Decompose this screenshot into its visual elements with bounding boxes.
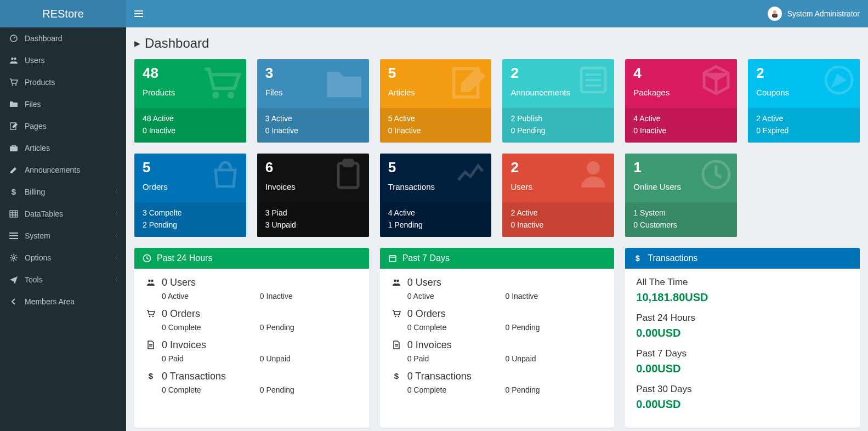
svg-rect-23 <box>586 73 601 76</box>
stat-head: 0 Orders <box>162 308 200 320</box>
stat-a: 0 Complete <box>407 323 506 332</box>
svg-point-41 <box>398 316 399 317</box>
card-footer: 4 Active0 Inactive <box>625 108 737 143</box>
cart-icon <box>201 64 242 105</box>
dashboard-icon <box>8 34 19 43</box>
caret-right-icon: ▶ <box>134 39 140 48</box>
nav-item-users[interactable]: Users <box>0 49 126 71</box>
brand[interactable]: REStore <box>0 0 126 27</box>
user-menu[interactable]: System Administrator <box>768 7 860 21</box>
tx-row: Past 7 Days0.00USD <box>636 348 849 375</box>
topbar: System Administrator <box>126 0 868 27</box>
stat-a: 0 Paid <box>162 354 260 363</box>
svg-rect-13 <box>134 13 143 14</box>
card-invoices[interactable]: 6Invoices3 Piad3 Unpaid <box>257 154 369 237</box>
svg-text:$: $ <box>394 372 399 381</box>
menu-toggle-button[interactable] <box>134 9 143 18</box>
chevron-left-icon: 〈 <box>112 254 118 262</box>
svg-point-40 <box>394 316 396 317</box>
nav-item-articles[interactable]: Articles <box>0 137 126 159</box>
tx-label: Past 7 Days <box>636 348 849 359</box>
sidebar: REStore DashboardUsersProductsFilesPages… <box>0 0 126 431</box>
stat-head: 0 Transactions <box>407 371 472 382</box>
panel-header: $ Transactions <box>625 248 860 269</box>
card-footer: 3 Piad3 Unpaid <box>257 202 369 237</box>
stat-head: 0 Users <box>407 277 441 288</box>
nav-label: Dashboard <box>25 34 63 43</box>
chevron-left-icon: 〈 <box>112 188 118 196</box>
card-products[interactable]: 48Products48 Active0 Inactive <box>134 59 246 143</box>
card-packages[interactable]: 4Packages4 Active0 Inactive <box>625 59 737 143</box>
card-footer: 3 Active0 Inactive <box>257 108 369 143</box>
svg-point-29 <box>587 161 600 174</box>
svg-rect-27 <box>338 163 358 188</box>
stat-a: 0 Complete <box>162 323 260 332</box>
nav-item-members-area[interactable]: Members Area <box>0 291 126 313</box>
card-articles[interactable]: 5Articles5 Active0 Inactive <box>380 59 492 143</box>
card-footer: 1 System0 Customers <box>625 202 737 237</box>
svg-rect-7 <box>10 211 18 217</box>
card-orders[interactable]: 5Orders3 Compelte2 Pending <box>134 154 246 237</box>
stat-a: 0 Active <box>162 292 260 300</box>
stat-head: 0 Orders <box>407 308 446 320</box>
nav-item-system[interactable]: System〈 <box>0 225 126 247</box>
nav-item-tools[interactable]: Tools〈 <box>0 269 126 291</box>
nav-item-pages[interactable]: Pages <box>0 115 126 137</box>
card-announcements[interactable]: 2Announcements2 Publish0 Pending <box>502 59 614 143</box>
nav-item-billing[interactable]: $Billing〈 <box>0 181 126 203</box>
avatar <box>768 7 782 21</box>
card-users[interactable]: 2Users2 Active0 Inactive <box>502 154 614 237</box>
panel-header: Past 24 Hours <box>134 248 369 269</box>
nav-item-products[interactable]: Products <box>0 71 126 93</box>
svg-point-38 <box>394 280 396 282</box>
stat-b: 0 Pending <box>260 385 358 394</box>
svg-point-4 <box>15 84 17 86</box>
tx-label: Past 24 Hours <box>636 313 849 324</box>
chevron-left-icon: 〈 <box>112 210 118 218</box>
tx-label: Past 30 Days <box>636 384 849 395</box>
cube-icon <box>700 64 733 97</box>
card-coupons[interactable]: 2Coupons2 Active0 Expired <box>748 59 860 143</box>
card-footer: 5 Active0 Inactive <box>380 108 492 143</box>
panels: Past 24 Hours 0 Users0 Active0 Inactive0… <box>134 248 860 428</box>
stat-row: 0 Invoices0 Paid0 Unpaid <box>145 339 358 363</box>
nav-label: Options <box>25 253 51 262</box>
stat-a: 0 Active <box>407 292 506 300</box>
svg-rect-12 <box>134 10 143 12</box>
plane-icon <box>8 275 19 284</box>
chevron-left-icon: 〈 <box>112 276 118 283</box>
svg-rect-14 <box>134 16 143 17</box>
nav-item-files[interactable]: Files <box>0 93 126 115</box>
nav-label: Tools <box>25 275 43 284</box>
pencil-icon <box>8 166 19 174</box>
table-icon <box>8 209 19 218</box>
nav-item-options[interactable]: Options〈 <box>0 247 126 269</box>
svg-point-20 <box>228 92 235 99</box>
panel-title: Past 24 Hours <box>157 253 212 263</box>
card-online-users[interactable]: 1Online Users1 System0 Customers <box>625 154 737 237</box>
file-icon <box>391 341 402 349</box>
svg-point-16 <box>773 10 776 14</box>
folder-icon <box>324 64 365 105</box>
users-icon <box>391 278 402 287</box>
tx-value: 10,181.80USD <box>636 291 849 304</box>
nav: DashboardUsersProductsFilesPagesArticles… <box>0 27 126 313</box>
svg-point-1 <box>11 58 13 60</box>
card-footer: 2 Active0 Inactive <box>502 202 614 237</box>
bag-icon <box>209 158 242 191</box>
folder-icon <box>8 100 19 109</box>
nav-label: Pages <box>25 122 47 131</box>
nav-item-dashboard[interactable]: Dashboard <box>0 27 126 49</box>
list-icon <box>577 64 610 97</box>
card-files[interactable]: 3Files3 Active0 Inactive <box>257 59 369 143</box>
card-footer: 2 Active0 Expired <box>748 108 860 143</box>
svg-point-3 <box>12 84 14 86</box>
page-title: ▶ Dashboard <box>134 36 860 51</box>
stat-row: 0 Users0 Active0 Inactive <box>391 277 604 300</box>
panel-transactions: $ Transactions All The Time10,181.80USDP… <box>625 248 860 428</box>
nav-item-announcements[interactable]: Announcements <box>0 159 126 181</box>
nav-item-datatables[interactable]: DataTables〈 <box>0 203 126 225</box>
card-transactions[interactable]: 5Transactions4 Active1 Pending <box>380 154 492 237</box>
dollar-icon: $ <box>391 372 402 381</box>
nav-label: Announcements <box>25 166 80 174</box>
